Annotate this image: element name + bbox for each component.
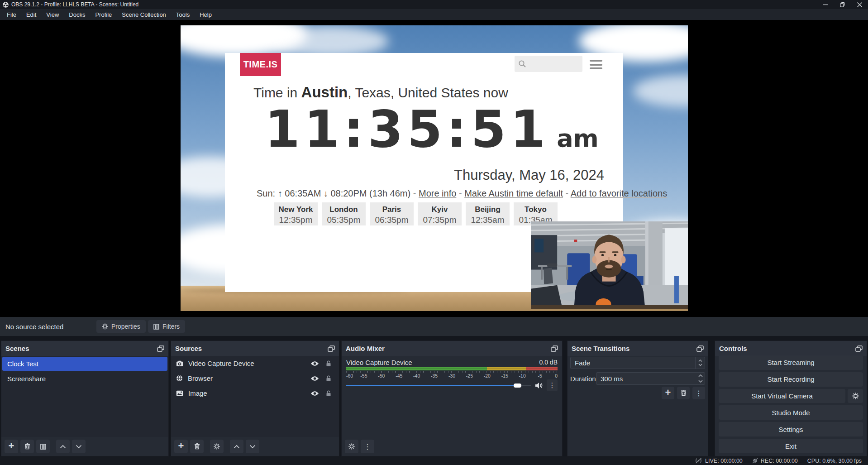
sources-panel: Sources Video Capture Device Browser — [171, 340, 339, 456]
mixer-channel-menu-button[interactable]: ⋮ — [547, 379, 558, 391]
visibility-eye-icon[interactable] — [310, 376, 319, 381]
city-card: New York12:35pm — [274, 202, 318, 225]
filter-icon — [40, 444, 46, 450]
chevron-up-icon — [234, 445, 240, 449]
move-source-up-button[interactable] — [230, 440, 243, 453]
add-scene-button[interactable]: + — [5, 440, 18, 453]
remove-transition-button[interactable] — [677, 387, 690, 399]
gear-icon — [214, 443, 220, 450]
city-card: London05:35pm — [322, 202, 366, 225]
visibility-eye-icon[interactable] — [310, 361, 319, 366]
menubar: File Edit View Docks Profile Scene Colle… — [0, 9, 868, 20]
program-canvas[interactable]: TIME.IS Time in Austin, Texas, United St… — [181, 25, 688, 311]
scene-filters-button[interactable] — [36, 440, 50, 453]
popout-icon[interactable] — [696, 345, 704, 352]
source-properties-button[interactable] — [210, 440, 224, 453]
menu-docks[interactable]: Docks — [64, 11, 90, 18]
remove-scene-button[interactable] — [20, 440, 34, 453]
webcam-overlay[interactable] — [531, 221, 688, 309]
search-icon — [518, 60, 526, 68]
start-recording-button[interactable]: Start Recording — [719, 372, 863, 387]
timeis-headline: Time in Austin, Texas, United States now — [253, 84, 508, 101]
trash-icon — [24, 443, 30, 450]
source-item-image[interactable]: Image — [171, 386, 339, 401]
city-card: Paris06:35pm — [370, 202, 414, 225]
popout-icon[interactable] — [855, 345, 863, 352]
transitions-panel: Scene Transitions Fade Duration 300 ms + — [567, 340, 708, 456]
lock-icon[interactable] — [326, 360, 331, 367]
move-scene-down-button[interactable] — [72, 440, 86, 453]
mixer-channel-name: Video Capture Device — [346, 359, 412, 366]
source-item-browser[interactable]: Browser — [171, 371, 339, 386]
trash-icon — [681, 390, 687, 396]
preview-area: TIME.IS Time in Austin, Texas, United St… — [0, 20, 868, 317]
record-inactive-icon — [752, 458, 758, 464]
add-favorite-link: Add to favorite locations — [571, 188, 667, 198]
menu-scene-collection[interactable]: Scene Collection — [117, 11, 171, 18]
advanced-audio-button[interactable] — [345, 440, 358, 453]
live-time: LIVE: 00:00:00 — [705, 458, 743, 464]
volume-slider-handle[interactable] — [514, 384, 521, 388]
settings-button[interactable]: Settings — [719, 422, 863, 436]
popout-icon[interactable] — [551, 345, 558, 352]
scene-item-clock-test[interactable]: Clock Test — [2, 357, 167, 371]
transition-menu-button[interactable]: ⋮ — [692, 387, 705, 399]
move-source-down-button[interactable] — [246, 440, 259, 453]
studio-mode-button[interactable]: Studio Mode — [719, 405, 863, 420]
source-toolbar: No source selected Properties Filters — [0, 317, 868, 336]
restore-button[interactable] — [834, 0, 851, 9]
speaker-icon[interactable] — [535, 382, 543, 389]
rec-time: REC: 00:00:00 — [761, 458, 798, 464]
filters-button[interactable]: Filters — [148, 320, 185, 333]
exit-button[interactable]: Exit — [719, 439, 863, 453]
popout-icon[interactable] — [328, 345, 335, 352]
status-bar: LIVE: 00:00:00 REC: 00:00:00 CPU: 0.6%, … — [0, 456, 868, 465]
menu-profile[interactable]: Profile — [90, 11, 117, 18]
lock-icon[interactable] — [326, 375, 331, 382]
timeis-search-box — [515, 56, 582, 72]
scene-item-screenshare[interactable]: Screenshare — [2, 372, 167, 386]
duration-input[interactable]: 300 ms — [596, 372, 705, 385]
titlebar: OBS 29.1.2 - Profile: LLHLS BETA - Scene… — [0, 0, 868, 9]
move-scene-up-button[interactable] — [56, 440, 70, 453]
menu-view[interactable]: View — [41, 11, 64, 18]
transition-select[interactable]: Fade — [570, 357, 705, 369]
start-virtual-camera-button[interactable]: Start Virtual Camera — [719, 389, 845, 403]
sources-toolbar: + — [171, 437, 339, 456]
menu-help[interactable]: Help — [195, 11, 217, 18]
chevron-down-icon — [76, 445, 82, 449]
minimize-button[interactable] — [816, 0, 834, 9]
world-clock-row: New York12:35pm London05:35pm Paris06:35… — [274, 202, 558, 225]
audio-mixer-panel: Audio Mixer Video Capture Device 0.0 dB … — [341, 340, 563, 456]
volume-meter — [346, 367, 558, 370]
hamburger-menu-icon — [590, 60, 602, 72]
duration-label: Duration — [570, 375, 596, 383]
popout-icon[interactable] — [157, 345, 164, 352]
mixer-toolbar: ⋮ — [342, 437, 562, 456]
virtual-camera-settings-button[interactable] — [848, 389, 863, 403]
stream-inactive-icon — [695, 458, 702, 464]
add-source-button[interactable]: + — [174, 440, 188, 453]
properties-button[interactable]: Properties — [96, 320, 146, 333]
menu-edit[interactable]: Edit — [21, 11, 41, 18]
remove-source-button[interactable] — [190, 440, 204, 453]
visibility-eye-icon[interactable] — [310, 391, 319, 396]
source-item-video-capture[interactable]: Video Capture Device — [171, 356, 339, 371]
menu-file[interactable]: File — [2, 11, 21, 18]
transitions-title: Scene Transitions — [572, 345, 630, 352]
cpu-fps-status: CPU: 0.6%, 30.00 fps — [807, 458, 862, 464]
add-transition-button[interactable]: + — [662, 387, 674, 399]
more-info-link: More info — [419, 188, 456, 198]
start-streaming-button[interactable]: Start Streaming — [719, 355, 863, 370]
scenes-list: Clock Test Screenshare — [1, 356, 168, 437]
mixer-db-value: 0.0 dB — [539, 359, 558, 366]
sources-title: Sources — [175, 345, 202, 352]
close-button[interactable] — [851, 0, 868, 9]
volume-slider[interactable] — [346, 381, 531, 390]
scenes-panel: Scenes Clock Test Screenshare + — [1, 340, 169, 456]
menu-tools[interactable]: Tools — [171, 11, 195, 18]
chevron-down-icon — [698, 380, 703, 383]
lock-icon[interactable] — [326, 390, 331, 397]
mixer-menu-button[interactable]: ⋮ — [361, 440, 374, 453]
make-default-link: Make Austin time default — [464, 188, 563, 198]
